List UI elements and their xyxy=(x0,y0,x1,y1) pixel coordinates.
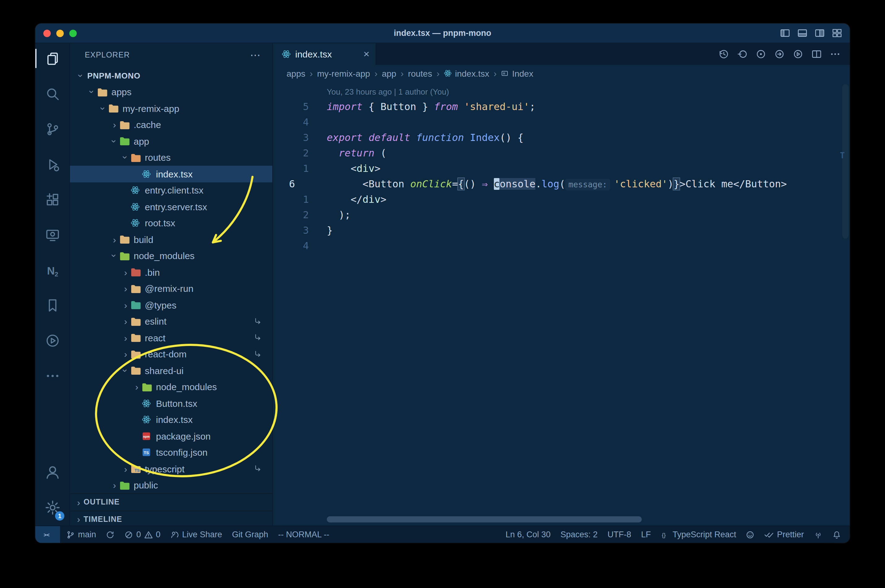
timeline-history-button[interactable] xyxy=(718,48,729,59)
code-line-2[interactable]: 4 xyxy=(273,114,850,130)
encoding[interactable]: UTF-8 xyxy=(602,526,636,543)
horizontal-scrollbar[interactable] xyxy=(327,516,642,522)
indentation[interactable]: Spaces: 2 xyxy=(555,526,602,543)
tree-item-routes[interactable]: ›routes xyxy=(70,149,272,166)
code-line-8[interactable]: 2 ); xyxy=(273,207,850,223)
tree-item-node-modules[interactable]: ›node_modules xyxy=(70,248,272,264)
open-changes-button[interactable] xyxy=(774,48,785,59)
eol[interactable]: LF xyxy=(636,526,656,543)
accounts-button[interactable] xyxy=(35,454,69,490)
tree-item-app[interactable]: ›app xyxy=(70,133,272,149)
tree-item-label: my-remix-app xyxy=(122,103,179,114)
code-runner-button[interactable] xyxy=(35,323,69,358)
section-outline[interactable]: ›OUTLINE xyxy=(70,494,272,510)
tree-item-label: package.json xyxy=(156,431,211,441)
git-graph[interactable]: Git Graph xyxy=(227,526,273,543)
problems[interactable]: 00 xyxy=(120,526,166,543)
code-line-6[interactable]: 6 <Button onClick={() ⇒ console.log(mess… xyxy=(273,176,850,192)
nx-console-button[interactable]: N2 xyxy=(35,252,69,288)
prettier[interactable]: Prettier xyxy=(760,526,809,543)
tree-item-root-tsx[interactable]: ›root.tsx xyxy=(70,215,272,231)
vim-mode[interactable]: -- NORMAL -- xyxy=(273,526,334,543)
more-actions-button[interactable] xyxy=(830,48,840,59)
split-editor-layout-button[interactable] xyxy=(814,28,825,38)
extensions-button[interactable] xyxy=(35,182,69,217)
tree-item--remix-run[interactable]: ›@remix-run xyxy=(70,280,272,297)
tree-item--cache[interactable]: ›.cache xyxy=(70,117,272,133)
code-line-3[interactable]: 3export default function Index() { xyxy=(273,130,850,145)
line-number: 2 xyxy=(273,145,309,161)
tree-item-typescript[interactable]: ›TStypescript xyxy=(70,460,272,477)
breadcrumb-index[interactable]: Index xyxy=(501,68,533,78)
customize-layout-button[interactable] xyxy=(832,28,842,38)
tree-item-node-modules[interactable]: ›node_modules xyxy=(70,379,272,395)
code-line-7[interactable]: 1 </div> xyxy=(273,192,850,207)
tree-item-react[interactable]: ›react xyxy=(70,330,272,346)
tree-item-eslint[interactable]: ›eslint xyxy=(70,313,272,330)
bookmarks-button[interactable] xyxy=(35,288,69,323)
breadcrumb-index-tsx[interactable]: index.tsx xyxy=(444,68,489,78)
tree-item-react-dom[interactable]: ›react-dom xyxy=(70,346,272,362)
folder-icon xyxy=(131,317,144,326)
source-control-button[interactable] xyxy=(35,111,69,147)
tab-index-tsx[interactable]: index.tsx × xyxy=(273,43,376,65)
cursor-position[interactable]: Ln 6, Col 30 xyxy=(501,526,556,543)
vscode-window: index.tsx — pnpm-mono N2 1 EXPLORER ⋯ ›P… xyxy=(35,24,850,543)
section-timeline[interactable]: ›TIMELINE xyxy=(70,510,272,527)
remote-explorer-button[interactable] xyxy=(35,217,69,252)
code-line-9[interactable]: 3} xyxy=(273,223,850,238)
git-branch[interactable]: main xyxy=(61,526,101,543)
feedback[interactable] xyxy=(741,526,760,543)
breadcrumb-routes[interactable]: routes xyxy=(408,68,432,78)
tree-item-entry-server-tsx[interactable]: ›entry.server.tsx xyxy=(70,198,272,215)
tree-item-my-remix-app[interactable]: ›my-remix-app xyxy=(70,100,272,117)
run-and-debug-button[interactable] xyxy=(35,147,69,182)
remote-indicator[interactable]: >< xyxy=(35,526,60,543)
live-share[interactable]: Live Share xyxy=(166,526,227,543)
tree-item-package-json[interactable]: ›npmpackage.json xyxy=(70,428,272,444)
tree-item-public[interactable]: ›public xyxy=(70,477,272,494)
split-editor-button[interactable] xyxy=(811,48,822,59)
search-button[interactable] xyxy=(35,76,69,111)
tree-item-build[interactable]: ›build xyxy=(70,231,272,248)
tree-item-tsconfig-json[interactable]: ›TStsconfig.json xyxy=(70,444,272,460)
zoom-window-button[interactable] xyxy=(69,29,77,37)
minimize-window-button[interactable] xyxy=(56,29,64,37)
settings-button[interactable]: 1 xyxy=(35,490,69,525)
code-line-4[interactable]: 2 return ( xyxy=(273,145,850,161)
title-bar[interactable]: index.tsx — pnpm-mono xyxy=(35,24,850,43)
tree-item-pnpm-mono[interactable]: ›PNPM-MONO xyxy=(70,68,272,84)
breadcrumb-apps[interactable]: apps xyxy=(286,68,306,78)
notifications[interactable] xyxy=(828,526,846,543)
git-sync[interactable] xyxy=(101,526,120,543)
gitlens-heatmap-button[interactable] xyxy=(756,48,766,59)
code-line-1[interactable]: 5import { Button } from 'shared-ui'; xyxy=(273,99,850,114)
language-mode[interactable]: {}TypeScript React xyxy=(656,526,741,543)
code-line-5[interactable]: 1 <div> xyxy=(273,161,850,176)
close-tab-icon[interactable]: × xyxy=(363,48,369,59)
tree-item-button-tsx[interactable]: ›Button.tsx xyxy=(70,395,272,411)
code-area[interactable]: You, 23 hours ago | 1 author (You) 5impo… xyxy=(273,82,850,526)
tree-item--types[interactable]: ›@types xyxy=(70,297,272,313)
breadcrumb-app[interactable]: app xyxy=(382,68,396,78)
toggle-sidebar-button[interactable] xyxy=(780,28,790,38)
vertical-scrollbar[interactable] xyxy=(842,84,849,238)
close-window-button[interactable] xyxy=(43,29,51,37)
more-views-button[interactable] xyxy=(35,358,69,393)
explorer-more-actions[interactable]: ⋯ xyxy=(250,48,261,62)
svg-text:><: >< xyxy=(44,532,50,538)
tree-item-index-tsx[interactable]: ›index.tsx xyxy=(70,411,272,428)
tree-item-shared-ui[interactable]: ›shared-ui xyxy=(70,362,272,379)
gitlens-toggle-blame-button[interactable] xyxy=(737,48,748,59)
code-line-10[interactable]: 4 xyxy=(273,238,850,254)
tree-item-entry-client-tsx[interactable]: ›entry.client.tsx xyxy=(70,182,272,198)
run-code-button[interactable] xyxy=(793,48,803,59)
tree-item-index-tsx[interactable]: ›index.tsx xyxy=(70,166,272,182)
tree-item--bin[interactable]: ›.bin xyxy=(70,264,272,280)
tree-item-label: index.tsx xyxy=(156,415,193,425)
tunnel[interactable] xyxy=(809,526,828,543)
toggle-panel-button[interactable] xyxy=(797,28,808,38)
tree-item-apps[interactable]: ›apps xyxy=(70,84,272,100)
breadcrumb-my-remix-app[interactable]: my-remix-app xyxy=(317,68,370,78)
explorer-button[interactable] xyxy=(35,41,69,76)
